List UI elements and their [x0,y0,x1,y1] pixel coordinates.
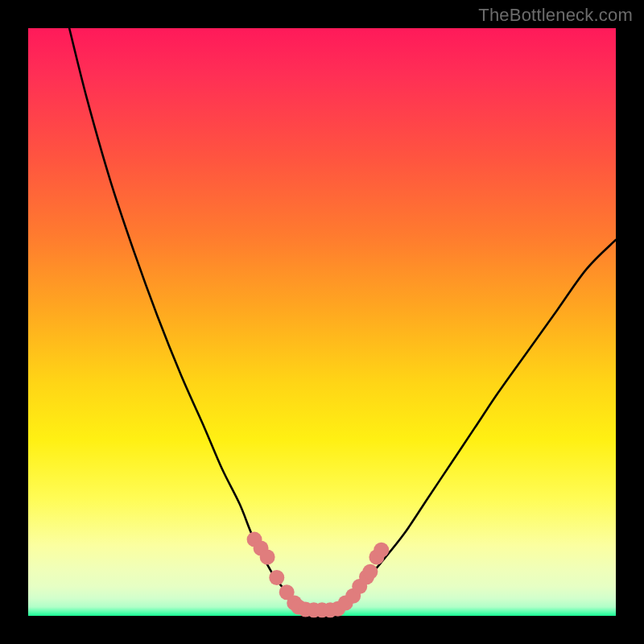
watermark-text: TheBottleneck.com [478,5,633,26]
data-point [269,570,284,585]
data-point [362,564,378,580]
chart-frame: TheBottleneck.com [0,0,644,644]
curve-svg [28,28,616,616]
data-point-markers [247,532,390,618]
data-point [374,543,389,558]
plot-area [28,28,616,616]
data-point [260,550,275,565]
left-curve-path [69,28,301,608]
